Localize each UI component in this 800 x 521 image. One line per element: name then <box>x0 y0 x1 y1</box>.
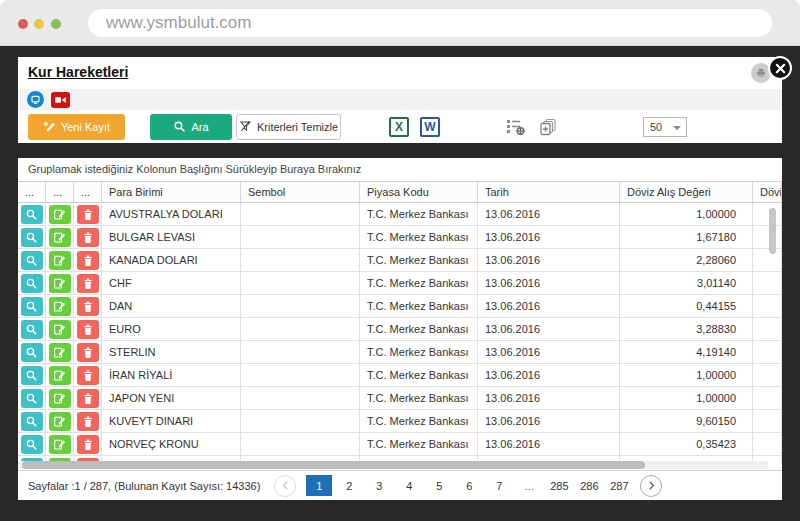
row-action-cell <box>18 249 46 271</box>
edit-row-button[interactable] <box>49 366 71 385</box>
delete-row-button[interactable] <box>77 320 99 339</box>
view-row-button[interactable] <box>21 435 43 454</box>
page-button[interactable]: 286 <box>576 475 602 496</box>
next-page-button[interactable] <box>640 475 662 497</box>
cell-currency: NORVEÇ KRONU <box>102 433 241 455</box>
clear-criteria-button[interactable]: Kriterleri Temizle <box>236 114 341 140</box>
help-screen-icon[interactable] <box>27 91 44 108</box>
url-bar[interactable]: www.ysmbulut.com <box>88 9 772 37</box>
edit-row-button[interactable] <box>49 297 71 316</box>
page-button[interactable]: 285 <box>546 475 572 496</box>
row-action-cell <box>18 410 46 432</box>
page-size-select[interactable]: 50 <box>643 117 687 137</box>
cell-buy-value: 4,19140 <box>620 341 753 363</box>
view-row-button[interactable] <box>21 412 43 431</box>
edit-row-button[interactable] <box>49 205 71 224</box>
edit-row-button[interactable] <box>49 435 71 454</box>
row-action-cell <box>74 226 102 248</box>
cell-currency: KUVEYT DINARI <box>102 410 241 432</box>
page-button[interactable]: 2 <box>336 475 362 496</box>
edit-row-button[interactable] <box>49 251 71 270</box>
delete-row-button[interactable] <box>77 205 99 224</box>
table-row: İRAN RİYALİT.C. Merkez Bankası13.06.2016… <box>18 364 782 387</box>
edit-row-button[interactable] <box>49 389 71 408</box>
cell-market: T.C. Merkez Bankası <box>360 272 478 294</box>
view-row-button[interactable] <box>21 320 43 339</box>
edit-row-button[interactable] <box>49 320 71 339</box>
delete-row-button[interactable] <box>77 389 99 408</box>
delete-row-button[interactable] <box>77 251 99 270</box>
row-action-cell <box>46 364 74 386</box>
close-button[interactable] <box>768 56 792 80</box>
cell-symbol <box>241 341 360 363</box>
column-header-d-viz-k[interactable]: Döviz K <box>753 182 782 202</box>
cell-overflow <box>753 433 782 455</box>
vertical-scrollbar-thumb[interactable] <box>769 208 776 254</box>
delete-row-button[interactable] <box>77 297 99 316</box>
prev-page-button[interactable] <box>274 475 296 497</box>
column-header-sembol[interactable]: Sembol <box>241 182 360 202</box>
cell-overflow <box>753 203 782 225</box>
page-button[interactable]: 7 <box>486 475 512 496</box>
page-button[interactable]: 287 <box>606 475 632 496</box>
column-header-d-viz-al-de-eri[interactable]: Döviz Alış Değeri <box>620 182 753 202</box>
cell-date: 13.06.2016 <box>478 387 620 409</box>
column-header-tarih[interactable]: Tarih <box>478 182 620 202</box>
cell-overflow <box>753 387 782 409</box>
horizontal-scrollbar[interactable] <box>18 461 768 469</box>
cell-date: 13.06.2016 <box>478 272 620 294</box>
delete-row-button[interactable] <box>77 228 99 247</box>
page-button[interactable]: 4 <box>396 475 422 496</box>
edit-row-button[interactable] <box>49 274 71 293</box>
cell-currency: İRAN RİYALİ <box>102 364 241 386</box>
cell-currency: CHF <box>102 272 241 294</box>
cell-overflow <box>753 226 782 248</box>
view-row-button[interactable] <box>21 389 43 408</box>
delete-row-button[interactable] <box>77 366 99 385</box>
edit-row-button[interactable] <box>49 412 71 431</box>
delete-row-button[interactable] <box>77 412 99 431</box>
delete-row-button[interactable] <box>77 343 99 362</box>
column-header-piyasa-kodu[interactable]: Piyasa Kodu <box>360 182 478 202</box>
view-row-button[interactable] <box>21 251 43 270</box>
column-settings-button[interactable] <box>505 117 527 137</box>
view-row-button[interactable] <box>21 274 43 293</box>
view-row-button[interactable] <box>21 297 43 316</box>
cell-date: 13.06.2016 <box>478 410 620 432</box>
cell-currency: BULGAR LEVASI <box>102 226 241 248</box>
page-button[interactable]: 6 <box>456 475 482 496</box>
cell-market: T.C. Merkez Bankası <box>360 249 478 271</box>
column-header-actions-1[interactable]: ... <box>46 182 74 202</box>
row-action-cell <box>18 433 46 455</box>
video-tutorial-icon[interactable] <box>51 92 70 108</box>
page-button[interactable]: 3 <box>366 475 392 496</box>
view-row-button[interactable] <box>21 228 43 247</box>
table-row: JAPON YENIT.C. Merkez Bankası13.06.20161… <box>18 387 782 410</box>
cell-date: 13.06.2016 <box>478 318 620 340</box>
view-row-button[interactable] <box>21 366 43 385</box>
search-button[interactable]: Ara <box>150 114 232 140</box>
delete-row-button[interactable] <box>77 435 99 454</box>
browser-chrome: www.ysmbulut.com <box>0 0 800 46</box>
horizontal-scrollbar-thumb[interactable] <box>22 461 645 469</box>
cell-date: 13.06.2016 <box>478 203 620 225</box>
view-row-button[interactable] <box>21 343 43 362</box>
export-word-button[interactable]: W <box>420 117 440 137</box>
edit-row-button[interactable] <box>49 228 71 247</box>
new-record-button[interactable]: Yeni Kayıt <box>28 114 125 140</box>
group-by-bar[interactable]: Gruplamak istediğiniz Kolonun Başlığını … <box>18 158 782 182</box>
row-action-cell <box>46 272 74 294</box>
column-header-actions-2[interactable]: ... <box>74 182 102 202</box>
panels-button[interactable] <box>537 117 559 137</box>
edit-row-button[interactable] <box>49 343 71 362</box>
column-header-para-birimi[interactable]: Para Birimi <box>102 182 241 202</box>
view-row-button[interactable] <box>21 205 43 224</box>
cell-buy-value: 3,28830 <box>620 318 753 340</box>
row-action-cell <box>74 364 102 386</box>
delete-row-button[interactable] <box>77 274 99 293</box>
page-button-active[interactable]: 1 <box>306 475 332 496</box>
export-excel-button[interactable]: X <box>389 117 409 137</box>
page-button[interactable]: 5 <box>426 475 452 496</box>
column-settings-icon <box>506 118 526 136</box>
column-header-actions-0[interactable]: ... <box>18 182 46 202</box>
